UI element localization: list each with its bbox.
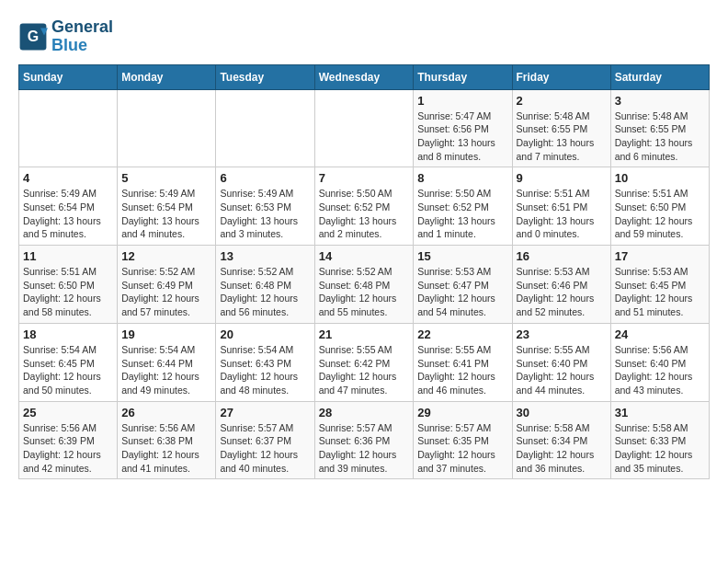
day-info: Sunrise: 5:50 AM Sunset: 6:52 PM Dayligh… <box>417 187 507 241</box>
weekday-header: Friday <box>512 64 610 89</box>
day-info: Sunrise: 5:50 AM Sunset: 6:52 PM Dayligh… <box>319 187 410 241</box>
calendar-week-row: 18Sunrise: 5:54 AM Sunset: 6:45 PM Dayli… <box>19 323 710 401</box>
day-info: Sunrise: 5:51 AM Sunset: 6:50 PM Dayligh… <box>23 265 113 319</box>
day-number: 21 <box>319 327 410 341</box>
calendar-cell: 18Sunrise: 5:54 AM Sunset: 6:45 PM Dayli… <box>19 323 118 401</box>
day-number: 25 <box>23 406 113 419</box>
day-info: Sunrise: 5:57 AM Sunset: 6:36 PM Dayligh… <box>319 421 410 476</box>
weekday-header: Thursday <box>414 64 512 89</box>
day-info: Sunrise: 5:54 AM Sunset: 6:44 PM Dayligh… <box>121 343 211 397</box>
calendar-cell: 2Sunrise: 5:48 AM Sunset: 6:55 PM Daylig… <box>512 89 610 167</box>
day-info: Sunrise: 5:49 AM Sunset: 6:54 PM Dayligh… <box>23 187 113 241</box>
calendar-cell: 11Sunrise: 5:51 AM Sunset: 6:50 PM Dayli… <box>19 246 118 324</box>
calendar-cell: 22Sunrise: 5:55 AM Sunset: 6:41 PM Dayli… <box>414 323 512 401</box>
svg-text:G: G <box>28 29 39 44</box>
day-number: 17 <box>615 249 705 263</box>
calendar-week-row: 25Sunrise: 5:56 AM Sunset: 6:39 PM Dayli… <box>19 401 710 479</box>
day-number: 26 <box>121 406 211 419</box>
day-number: 31 <box>615 406 705 419</box>
weekday-header: Sunday <box>19 64 118 89</box>
calendar-cell: 5Sunrise: 5:49 AM Sunset: 6:54 PM Daylig… <box>118 167 216 246</box>
day-number: 30 <box>517 406 607 419</box>
weekday-header-row: SundayMondayTuesdayWednesdayThursdayFrid… <box>19 64 710 89</box>
calendar-cell <box>216 89 314 167</box>
calendar-week-row: 11Sunrise: 5:51 AM Sunset: 6:50 PM Dayli… <box>19 246 710 324</box>
day-number: 14 <box>319 249 410 263</box>
calendar-cell: 1Sunrise: 5:47 AM Sunset: 6:56 PM Daylig… <box>414 89 512 167</box>
day-number: 4 <box>23 171 113 185</box>
day-number: 2 <box>517 94 607 108</box>
calendar-cell <box>19 89 118 167</box>
day-number: 7 <box>319 171 410 185</box>
day-info: Sunrise: 5:54 AM Sunset: 6:45 PM Dayligh… <box>23 343 113 397</box>
day-info: Sunrise: 5:56 AM Sunset: 6:40 PM Dayligh… <box>615 343 705 397</box>
day-number: 11 <box>23 249 113 263</box>
day-number: 16 <box>517 249 607 263</box>
calendar-cell: 20Sunrise: 5:54 AM Sunset: 6:43 PM Dayli… <box>216 323 314 401</box>
day-info: Sunrise: 5:53 AM Sunset: 6:47 PM Dayligh… <box>417 265 507 319</box>
calendar-cell: 29Sunrise: 5:57 AM Sunset: 6:35 PM Dayli… <box>414 401 512 479</box>
day-number: 6 <box>220 171 310 185</box>
calendar-cell: 7Sunrise: 5:50 AM Sunset: 6:52 PM Daylig… <box>314 167 414 246</box>
calendar-cell: 19Sunrise: 5:54 AM Sunset: 6:44 PM Dayli… <box>118 323 216 401</box>
day-info: Sunrise: 5:52 AM Sunset: 6:48 PM Dayligh… <box>220 265 310 319</box>
day-info: Sunrise: 5:55 AM Sunset: 6:41 PM Dayligh… <box>417 343 507 397</box>
logo: G GeneralBlue <box>18 18 113 55</box>
day-number: 22 <box>417 327 507 341</box>
day-info: Sunrise: 5:51 AM Sunset: 6:51 PM Dayligh… <box>517 187 607 241</box>
day-number: 5 <box>121 171 211 185</box>
calendar-cell: 23Sunrise: 5:55 AM Sunset: 6:40 PM Dayli… <box>512 323 610 401</box>
day-info: Sunrise: 5:55 AM Sunset: 6:40 PM Dayligh… <box>517 343 607 397</box>
calendar-cell: 24Sunrise: 5:56 AM Sunset: 6:40 PM Dayli… <box>610 323 709 401</box>
day-info: Sunrise: 5:56 AM Sunset: 6:38 PM Dayligh… <box>121 421 211 476</box>
calendar-cell: 12Sunrise: 5:52 AM Sunset: 6:49 PM Dayli… <box>118 246 216 324</box>
calendar-cell: 25Sunrise: 5:56 AM Sunset: 6:39 PM Dayli… <box>19 401 118 479</box>
day-number: 23 <box>517 327 607 341</box>
day-info: Sunrise: 5:53 AM Sunset: 6:45 PM Dayligh… <box>615 265 705 319</box>
calendar-week-row: 1Sunrise: 5:47 AM Sunset: 6:56 PM Daylig… <box>19 89 710 167</box>
day-number: 27 <box>220 406 310 419</box>
day-info: Sunrise: 5:57 AM Sunset: 6:37 PM Dayligh… <box>220 421 310 476</box>
calendar-cell: 17Sunrise: 5:53 AM Sunset: 6:45 PM Dayli… <box>610 246 709 324</box>
calendar-table: SundayMondayTuesdayWednesdayThursdayFrid… <box>18 64 710 480</box>
calendar-week-row: 4Sunrise: 5:49 AM Sunset: 6:54 PM Daylig… <box>19 167 710 246</box>
calendar-cell: 15Sunrise: 5:53 AM Sunset: 6:47 PM Dayli… <box>414 246 512 324</box>
calendar-cell: 26Sunrise: 5:56 AM Sunset: 6:38 PM Dayli… <box>118 401 216 479</box>
weekday-header: Wednesday <box>314 64 414 89</box>
day-number: 24 <box>615 327 705 341</box>
calendar-cell: 21Sunrise: 5:55 AM Sunset: 6:42 PM Dayli… <box>314 323 414 401</box>
day-info: Sunrise: 5:54 AM Sunset: 6:43 PM Dayligh… <box>220 343 310 397</box>
day-number: 10 <box>615 171 705 185</box>
calendar-cell <box>118 89 216 167</box>
day-number: 8 <box>417 171 507 185</box>
calendar-cell: 13Sunrise: 5:52 AM Sunset: 6:48 PM Dayli… <box>216 246 314 324</box>
day-info: Sunrise: 5:56 AM Sunset: 6:39 PM Dayligh… <box>23 421 113 476</box>
day-number: 9 <box>517 171 607 185</box>
logo-icon: G <box>18 22 48 52</box>
calendar-cell: 16Sunrise: 5:53 AM Sunset: 6:46 PM Dayli… <box>512 246 610 324</box>
day-info: Sunrise: 5:48 AM Sunset: 6:55 PM Dayligh… <box>517 109 607 164</box>
calendar-cell: 10Sunrise: 5:51 AM Sunset: 6:50 PM Dayli… <box>610 167 709 246</box>
day-info: Sunrise: 5:55 AM Sunset: 6:42 PM Dayligh… <box>319 343 410 397</box>
calendar-cell: 8Sunrise: 5:50 AM Sunset: 6:52 PM Daylig… <box>414 167 512 246</box>
calendar-cell: 28Sunrise: 5:57 AM Sunset: 6:36 PM Dayli… <box>314 401 414 479</box>
weekday-header: Saturday <box>610 64 709 89</box>
day-info: Sunrise: 5:52 AM Sunset: 6:48 PM Dayligh… <box>319 265 410 319</box>
calendar-cell: 31Sunrise: 5:58 AM Sunset: 6:33 PM Dayli… <box>610 401 709 479</box>
day-info: Sunrise: 5:52 AM Sunset: 6:49 PM Dayligh… <box>121 265 211 319</box>
logo-text: GeneralBlue <box>51 18 113 55</box>
calendar-cell: 3Sunrise: 5:48 AM Sunset: 6:55 PM Daylig… <box>610 89 709 167</box>
day-info: Sunrise: 5:53 AM Sunset: 6:46 PM Dayligh… <box>517 265 607 319</box>
calendar-cell: 30Sunrise: 5:58 AM Sunset: 6:34 PM Dayli… <box>512 401 610 479</box>
day-info: Sunrise: 5:49 AM Sunset: 6:54 PM Dayligh… <box>121 187 211 241</box>
day-number: 12 <box>121 249 211 263</box>
day-number: 3 <box>615 94 705 108</box>
day-info: Sunrise: 5:58 AM Sunset: 6:33 PM Dayligh… <box>615 421 705 476</box>
day-number: 19 <box>121 327 211 341</box>
day-number: 1 <box>417 94 507 108</box>
day-number: 28 <box>319 406 410 419</box>
day-info: Sunrise: 5:48 AM Sunset: 6:55 PM Dayligh… <box>615 109 705 164</box>
day-info: Sunrise: 5:49 AM Sunset: 6:53 PM Dayligh… <box>220 187 310 241</box>
weekday-header: Tuesday <box>216 64 314 89</box>
day-number: 29 <box>417 406 507 419</box>
